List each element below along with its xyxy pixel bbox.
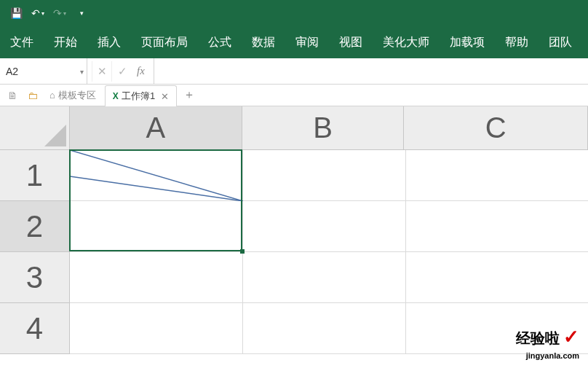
ribbon-tab-addins[interactable]: 加载项 <box>440 26 495 58</box>
row-header[interactable]: 3 <box>0 252 70 303</box>
ribbon-label: 文件 <box>10 35 33 50</box>
column-header[interactable]: B <box>242 106 405 150</box>
ribbon-tab-beautify[interactable]: 美化大师 <box>373 26 440 58</box>
cell[interactable] <box>70 303 243 354</box>
ribbon-tab-formulas[interactable]: 公式 <box>198 26 242 58</box>
chevron-down-icon: ▾ <box>80 9 84 17</box>
qat-customize-button[interactable]: ▾ <box>71 3 92 23</box>
ribbon-label: 开始 <box>54 35 77 50</box>
document-tabs: 🗎 🗀 ⌂ 模板专区 X 工作簿1 ✕ ＋ <box>0 85 588 106</box>
cell[interactable] <box>70 150 243 201</box>
spreadsheet-grid[interactable]: ABC 1234 经验啦 ✓ jingyanla.com <box>0 106 588 368</box>
ribbon-label: 加载项 <box>450 35 485 50</box>
templates-button[interactable]: ⌂ 模板专区 <box>45 89 100 102</box>
document-icon: 🗎 <box>7 90 17 101</box>
row-header[interactable]: 1 <box>0 150 70 201</box>
templates-label: 模板专区 <box>58 89 96 102</box>
formula-confirm-button: ✓ <box>112 61 132 82</box>
corner-triangle-icon <box>44 125 66 146</box>
chevron-down-icon: ▾ <box>41 10 44 17</box>
cell[interactable] <box>406 252 588 303</box>
fill-handle[interactable] <box>240 249 245 254</box>
column-headers: ABC <box>70 106 588 150</box>
open-folder-button[interactable]: 🗀 <box>25 87 41 103</box>
folder-icon: 🗀 <box>28 90 38 101</box>
quick-access-toolbar: 💾 ↶▾ ↷▾ ▾ <box>0 0 588 26</box>
ribbon-tab-review[interactable]: 审阅 <box>285 26 329 58</box>
new-doc-button[interactable]: 🗎 <box>4 87 20 103</box>
cell[interactable] <box>70 201 243 252</box>
cells-container <box>70 150 588 368</box>
fx-label[interactable]: fx <box>137 65 145 77</box>
ribbon-label: 公式 <box>208 35 231 50</box>
name-box[interactable]: A2 ▾ <box>0 58 87 84</box>
cell[interactable] <box>243 201 406 252</box>
check-icon: ✓ <box>118 65 127 78</box>
home-icon: ⌂ <box>49 90 55 101</box>
close-icon: ✕ <box>98 65 107 78</box>
formula-input[interactable] <box>154 58 588 84</box>
cell[interactable] <box>406 150 588 201</box>
ribbon-label: 视图 <box>339 35 362 50</box>
cell[interactable] <box>70 252 243 303</box>
chevron-down-icon: ▾ <box>80 67 84 75</box>
new-tab-button[interactable]: ＋ <box>181 87 197 103</box>
excel-icon: X <box>113 91 119 101</box>
redo-button: ↷▾ <box>49 3 70 23</box>
row-header[interactable]: 2 <box>0 201 70 252</box>
ribbon-tab-insert[interactable]: 插入 <box>87 26 131 58</box>
ribbon-tab-file[interactable]: 文件 <box>0 26 44 58</box>
ribbon-label: 页面布局 <box>141 35 188 50</box>
row-header[interactable]: 4 <box>0 303 70 354</box>
column-header[interactable]: A <box>70 106 242 150</box>
ribbon-tab-home[interactable]: 开始 <box>44 26 87 58</box>
ribbon-label: 团队 <box>549 35 572 50</box>
ribbon-tab-help[interactable]: 帮助 <box>495 26 539 58</box>
undo-button[interactable]: ↶▾ <box>28 3 48 23</box>
cell[interactable] <box>406 201 588 252</box>
formula-controls: ✕ ✓ fx <box>87 58 154 84</box>
ribbon-tab-data[interactable]: 数据 <box>242 26 285 58</box>
column-header[interactable]: C <box>404 106 588 150</box>
svg-marker-0 <box>44 125 66 146</box>
close-icon: ✕ <box>161 91 169 102</box>
ribbon-tab-view[interactable]: 视图 <box>329 26 373 58</box>
ribbon-label: 审阅 <box>295 35 319 50</box>
row-headers: 1234 <box>0 150 70 354</box>
ribbon-tab-team[interactable]: 团队 <box>539 26 582 58</box>
redo-icon: ↷ <box>53 7 62 19</box>
select-all-corner[interactable] <box>0 106 70 150</box>
cell[interactable] <box>243 150 406 201</box>
ribbon-label: 数据 <box>252 35 275 50</box>
chevron-down-icon: ▾ <box>63 10 66 17</box>
undo-icon: ↶ <box>31 7 40 19</box>
save-icon: 💾 <box>10 7 23 19</box>
document-tab-label: 工作簿1 <box>122 90 155 103</box>
cell[interactable] <box>243 252 406 303</box>
name-box-value: A2 <box>6 66 18 77</box>
document-tab[interactable]: X 工作簿1 ✕ <box>105 85 177 107</box>
ribbon-label: 插入 <box>98 35 121 50</box>
formula-bar-row: A2 ▾ ✕ ✓ fx <box>0 58 588 85</box>
close-tab-button[interactable]: ✕ <box>161 91 169 102</box>
ribbon-tab-page-layout[interactable]: 页面布局 <box>131 26 198 58</box>
cell[interactable] <box>406 303 588 354</box>
ribbon-label: 帮助 <box>505 35 528 50</box>
save-button[interactable]: 💾 <box>6 3 26 23</box>
formula-cancel-button: ✕ <box>92 61 112 82</box>
ribbon-label: 美化大师 <box>383 35 429 50</box>
ribbon-search-button[interactable]: ⌕ <box>582 26 588 58</box>
plus-icon: ＋ <box>183 87 195 103</box>
cell[interactable] <box>243 303 406 354</box>
ribbon: 文件 开始 插入 页面布局 公式 数据 审阅 视图 美化大师 加载项 帮助 团队… <box>0 26 588 58</box>
